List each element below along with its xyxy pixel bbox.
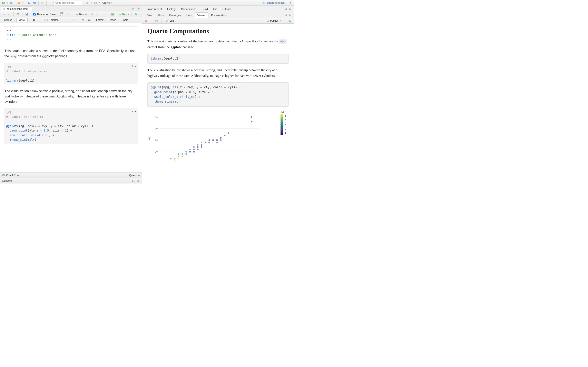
- show-outline-icon[interactable]: [16, 12, 20, 16]
- tab-packages[interactable]: Packages: [166, 12, 184, 18]
- maximize-icon[interactable]: ⊞: [136, 7, 141, 11]
- svg-point-22: [91, 14, 93, 15]
- tab-plots[interactable]: Plots: [155, 12, 166, 18]
- project-name-label: quarto-tutorials: [267, 1, 285, 4]
- gear-icon[interactable]: [90, 12, 94, 16]
- insert-menu[interactable]: Insert▾: [109, 18, 119, 21]
- run-above-icon[interactable]: ▼: [132, 109, 133, 113]
- caret-down-icon[interactable]: ▾: [99, 2, 100, 4]
- run-chunk-icon[interactable]: ▶: [135, 109, 136, 113]
- code-chunk-load-packages[interactable]: ▼ ▶ {r} #| label: load-packages library(…: [4, 63, 138, 85]
- source-mode-button[interactable]: Source: [2, 18, 14, 22]
- caret-down-icon[interactable]: ▾: [140, 13, 141, 15]
- publish-button[interactable]: Publish ▾: [265, 19, 282, 23]
- bold-icon[interactable]: B: [32, 18, 36, 22]
- new-file-icon[interactable]: [1, 1, 6, 5]
- forward-icon[interactable]: ⇨: [7, 12, 11, 16]
- save-all-icon[interactable]: [32, 1, 37, 5]
- goto-icon[interactable]: ↗: [48, 1, 53, 5]
- paragraph-style-dropdown[interactable]: Normal ▾: [50, 18, 62, 21]
- minimize-icon[interactable]: ⊟: [283, 7, 288, 11]
- maximize-icon[interactable]: ⊞: [135, 179, 140, 183]
- viewer-body[interactable]: Quarto Computations This dataset contain…: [142, 24, 294, 184]
- maximize-icon[interactable]: ⊞: [288, 13, 292, 17]
- numbered-list-icon[interactable]: 123: [72, 18, 77, 22]
- chunk-indicator[interactable]: Chunk 2: [6, 174, 16, 177]
- caret-down-icon[interactable]: ▾: [22, 2, 24, 4]
- console-tab[interactable]: Console ⊟ ⊞: [0, 178, 142, 184]
- publish-label: Publish: [270, 19, 278, 22]
- run-chunk-icon[interactable]: ▶: [135, 64, 136, 68]
- tab-presentation[interactable]: Presentation: [208, 12, 229, 18]
- frontmatter-block[interactable]: --- title: "Quarto Computations" ---: [4, 26, 138, 44]
- zoom-icon[interactable]: [154, 19, 159, 23]
- svg-rect-10: [87, 2, 87, 4]
- file-tab-computations[interactable]: computations.qmd ×: [1, 6, 32, 11]
- minimize-icon[interactable]: ⊟: [131, 7, 135, 11]
- caret-down-icon[interactable]: ▾: [7, 2, 8, 4]
- spellcheck-icon[interactable]: ABC✓: [60, 12, 64, 16]
- format-menu[interactable]: Format▾: [95, 18, 107, 21]
- refresh-icon[interactable]: [288, 19, 292, 23]
- refresh-preview-icon[interactable]: [134, 12, 138, 16]
- editor-statusbar: C Chunk 2 ▴▾ Quarto ▴▾: [0, 173, 142, 178]
- tab-viewer[interactable]: Viewer: [195, 12, 208, 18]
- svg-point-78: [182, 156, 183, 157]
- caret-down-icon[interactable]: ▾: [96, 13, 97, 15]
- maximize-icon[interactable]: ⊞: [288, 7, 292, 11]
- link-icon[interactable]: [81, 18, 85, 22]
- bullet-list-icon[interactable]: [66, 18, 70, 22]
- back-icon[interactable]: ⇦: [1, 12, 6, 16]
- save-icon[interactable]: [25, 12, 29, 16]
- outline-icon[interactable]: [136, 18, 140, 22]
- tab-build[interactable]: Build: [199, 6, 210, 12]
- render-on-save-checkbox[interactable]: Render on Save: [33, 13, 56, 16]
- addins-menu[interactable]: Addins ▾: [101, 1, 113, 5]
- project-selector[interactable]: R quarto-tutorials —▾: [262, 1, 293, 4]
- insert-chunk-icon[interactable]: +C: [110, 12, 115, 16]
- tab-connections[interactable]: Connections: [178, 6, 199, 12]
- save-icon[interactable]: [27, 1, 31, 5]
- minimize-icon[interactable]: ⊟: [131, 179, 135, 183]
- edit-button[interactable]: Edit: [164, 19, 175, 23]
- open-file-icon[interactable]: [17, 1, 21, 5]
- tab-git[interactable]: Git: [210, 6, 219, 12]
- svg-point-80: [174, 160, 175, 162]
- find-icon[interactable]: [66, 12, 70, 16]
- run-above-icon[interactable]: ▼: [132, 64, 133, 68]
- tab-environment[interactable]: Environment: [144, 6, 164, 12]
- close-icon[interactable]: ×: [29, 8, 30, 10]
- legend-tick: 8: [285, 114, 286, 117]
- code-chunk-scatterplot[interactable]: ▼ ▶ {r} #| label: scatterplot ggplot(mpg…: [4, 108, 138, 143]
- svg-text:R: R: [10, 2, 12, 4]
- tab-tutorial[interactable]: Tutorial: [219, 6, 234, 12]
- tab-files[interactable]: Files: [144, 12, 155, 18]
- svg-point-62: [251, 121, 252, 123]
- format-indicator[interactable]: Quarto: [129, 174, 137, 177]
- panes-icon[interactable]: [93, 1, 98, 5]
- svg-point-66: [182, 153, 183, 155]
- tab-help[interactable]: Help: [184, 12, 195, 18]
- editor-body[interactable]: --- title: "Quarto Computations" --- Thi…: [0, 23, 142, 173]
- run-button[interactable]: → Run ▾: [119, 13, 129, 16]
- image-icon[interactable]: [87, 18, 91, 22]
- table-menu[interactable]: Table▾: [121, 18, 131, 21]
- goto-input[interactable]: [53, 1, 82, 5]
- print-icon[interactable]: [40, 1, 45, 5]
- svg-rect-6: [34, 2, 36, 4]
- prose-paragraph-1[interactable]: This dataset contains a subset of the fu…: [4, 48, 138, 59]
- code-icon[interactable]: </>: [44, 18, 48, 22]
- visual-mode-button[interactable]: Visual: [16, 18, 27, 22]
- caret-down-icon[interactable]: ▾: [91, 2, 92, 4]
- minimize-icon[interactable]: ⊟: [283, 13, 288, 17]
- legend-tick: 6: [285, 123, 286, 126]
- italic-icon[interactable]: I: [38, 18, 42, 22]
- prose-paragraph-2[interactable]: The visualization below shows a positive…: [4, 89, 138, 104]
- new-project-icon[interactable]: R: [9, 1, 13, 5]
- svg-point-60: [224, 135, 225, 136]
- grid-icon[interactable]: [86, 1, 90, 5]
- edit-label: Edit: [169, 19, 174, 22]
- render-button[interactable]: Render: [74, 13, 88, 16]
- tab-history[interactable]: History: [164, 6, 178, 12]
- remove-viewer-icon[interactable]: [144, 19, 148, 23]
